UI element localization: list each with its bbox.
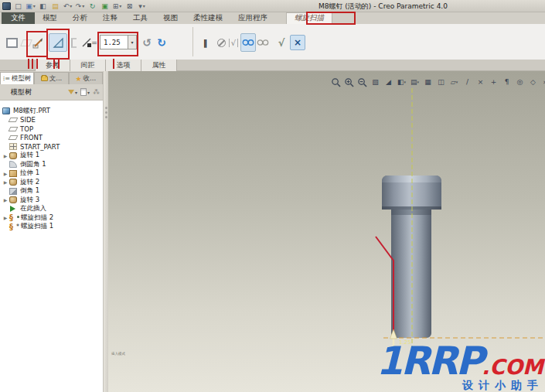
shade-quality-icon[interactable]: ◢	[383, 77, 394, 87]
tree-item-2[interactable]: TOP	[0, 124, 103, 134]
panel-splitter[interactable]	[103, 71, 108, 392]
insert-icon	[10, 206, 15, 212]
datum-point-display-icon[interactable]: ×	[475, 77, 486, 87]
tree-item-4[interactable]: START_PART	[0, 142, 103, 152]
regenerate-icon[interactable]: ↻	[87, 2, 97, 11]
tree-item-label: 在此插入	[20, 204, 46, 213]
tree-item-6[interactable]: 倒圆角 1	[0, 160, 103, 169]
tree-item-9[interactable]: 倒角 1	[0, 187, 103, 196]
tree-item-5[interactable]: ▶旋转 1	[0, 152, 103, 161]
panel-tab-1[interactable]: 间距	[70, 60, 106, 71]
tree-root-item[interactable]: M8螺钉.PRT	[0, 107, 103, 116]
tree-item-10[interactable]: ▶旋转 3	[0, 196, 103, 205]
annotation-display-icon[interactable]: ¶	[501, 77, 513, 87]
tree-item-12[interactable]: ▶§螺旋扫描 2	[0, 213, 103, 223]
left-hand-icon: ↺	[142, 36, 152, 49]
navigator-tab-tree[interactable]: ⁝≡模型树	[0, 72, 34, 84]
saved-orientations-icon[interactable]: ▤▾	[409, 77, 421, 87]
csys-display-icon[interactable]: +	[488, 77, 499, 87]
datum-axis-display-icon[interactable]: /	[462, 77, 473, 87]
save-backup-icon[interactable]: ▤	[50, 2, 60, 11]
section-view-icon[interactable]: ◫	[435, 77, 447, 87]
datum-plane-display-icon[interactable]: ▱▾	[448, 77, 460, 87]
window-switch-icon[interactable]: ⊞▾	[112, 2, 122, 11]
ribbon-tab-3[interactable]: 注释	[95, 12, 125, 24]
tree-item-3[interactable]: FRONT	[0, 134, 103, 143]
ribbon-tab-file[interactable]: 文件	[2, 12, 35, 24]
ribbon-tab-7[interactable]: 应用程序	[230, 12, 275, 24]
ribbon-tab-4[interactable]: 工具	[125, 12, 155, 24]
expand-arrow-icon[interactable]: ▶	[2, 153, 9, 159]
graphics-viewport[interactable]: ▧◢◧▾▤▾▦◫▱▾/×+¶◎◇»▾ 1.25 插入模式 1RRP.COM 设计…	[108, 71, 545, 392]
spin-center-icon[interactable]: ◎	[514, 77, 526, 87]
undo-icon[interactable]: ↶▾	[63, 2, 73, 11]
watermark-main: 1RRP	[376, 339, 482, 383]
part-icon	[2, 107, 10, 114]
tree-item-7[interactable]: ▶拉伸 1	[0, 169, 103, 179]
redo-icon[interactable]: ↷▾	[75, 2, 85, 11]
preview-attached-button[interactable]	[240, 33, 256, 52]
expand-arrow-icon[interactable]: ▶	[2, 171, 9, 176]
plane-icon	[9, 118, 19, 122]
view-manager-icon[interactable]: ▦	[422, 77, 434, 87]
creo-window: □▣▾◧▤↶▾↷▾↻▣⊞▾⊠▾▾ M8螺钉 (活动的) - Creo Param…	[0, 0, 545, 392]
expand-arrow-icon[interactable]: ▶	[2, 215, 9, 220]
close-window-icon[interactable]: ⊠	[124, 2, 135, 11]
ribbon-tab-2[interactable]: 分析	[65, 12, 95, 24]
status-marker: *	[15, 223, 20, 230]
accept-button[interactable]: √	[274, 33, 288, 52]
left-hand-button[interactable]: ↺	[140, 33, 154, 52]
expand-arrow-icon[interactable]: ▶	[2, 197, 9, 203]
perspective-icon[interactable]: ◇	[527, 77, 539, 87]
panel-tab-2[interactable]: 选项	[106, 60, 141, 71]
cancel-button[interactable]: ×	[290, 35, 305, 50]
panel-tab-3[interactable]: 属性	[141, 60, 177, 71]
tree-item-label: TOP	[20, 125, 33, 133]
model-display-icon[interactable]: ▣	[100, 2, 110, 11]
status-marker	[15, 214, 20, 221]
tree-item-13[interactable]: §*螺旋扫描 1	[0, 223, 103, 232]
display-style-icon[interactable]: ◧▾	[396, 77, 407, 87]
ribbon-tab-5[interactable]: 视图	[155, 12, 186, 24]
page-display-icon[interactable]: ▾	[80, 88, 90, 96]
filter-icon[interactable]: ▾	[68, 90, 77, 95]
thicken-icon	[71, 38, 77, 48]
tree-item-label: 倒角 1	[20, 186, 39, 196]
open-icon[interactable]: ▣▾	[26, 2, 36, 11]
watermark-tagline: 设计小助手	[376, 380, 543, 390]
feature-requirements-button[interactable]: √	[227, 33, 240, 52]
tree-item-8[interactable]: ▶旋转 2	[0, 178, 103, 187]
zoom-out-icon[interactable]	[356, 77, 368, 87]
pause-button[interactable]: ‖	[198, 33, 212, 52]
more-icon[interactable]: »▾	[540, 77, 545, 87]
annotation-box-triangle	[46, 29, 70, 60]
navigator-tab-star[interactable]: ★收...	[69, 72, 103, 84]
watermark-suffix: .COM	[482, 355, 543, 379]
tree-settings-icon[interactable]: ⁂	[93, 88, 100, 96]
navigator-tab-folder[interactable]: 文...	[34, 72, 68, 84]
pitch-drag-label: 1.25	[399, 339, 411, 346]
ribbon-tab-1[interactable]: 模型	[35, 12, 65, 24]
expand-arrow-icon[interactable]: ▶	[2, 179, 9, 185]
repaint-icon[interactable]: ▧	[370, 77, 381, 87]
new-file-icon[interactable]: □	[13, 2, 23, 11]
tree-item-1[interactable]: SIDE	[0, 116, 103, 125]
dashboard-separator	[192, 27, 193, 56]
panel-tab-0[interactable]: 参考	[35, 60, 70, 71]
refit-icon[interactable]	[330, 77, 342, 87]
tree-item-label: SIDE	[20, 116, 36, 124]
save-icon[interactable]: ◧	[38, 2, 48, 11]
zoom-in-icon[interactable]	[343, 77, 355, 87]
tree-item-11[interactable]: 在此插入	[0, 205, 103, 214]
app-button-icon[interactable]	[2, 2, 11, 10]
model-tree-header: 模型树 ▾ ▾ ⁂	[0, 84, 103, 101]
sketch-overlay	[108, 71, 545, 392]
round-icon	[9, 161, 17, 168]
more-icon[interactable]: ▾▾	[137, 2, 147, 11]
tree-item-label: 旋转 2	[20, 178, 39, 187]
ribbon-tab-6[interactable]: 柔性建模	[186, 12, 230, 24]
preview-detached-button[interactable]	[255, 33, 271, 52]
plane-icon	[9, 127, 19, 131]
right-hand-button[interactable]: ↻	[154, 33, 169, 52]
title-bar: □▣▾◧▤↶▾↷▾↻▣⊞▾⊠▾▾ M8螺钉 (活动的) - Creo Param…	[0, 0, 545, 12]
